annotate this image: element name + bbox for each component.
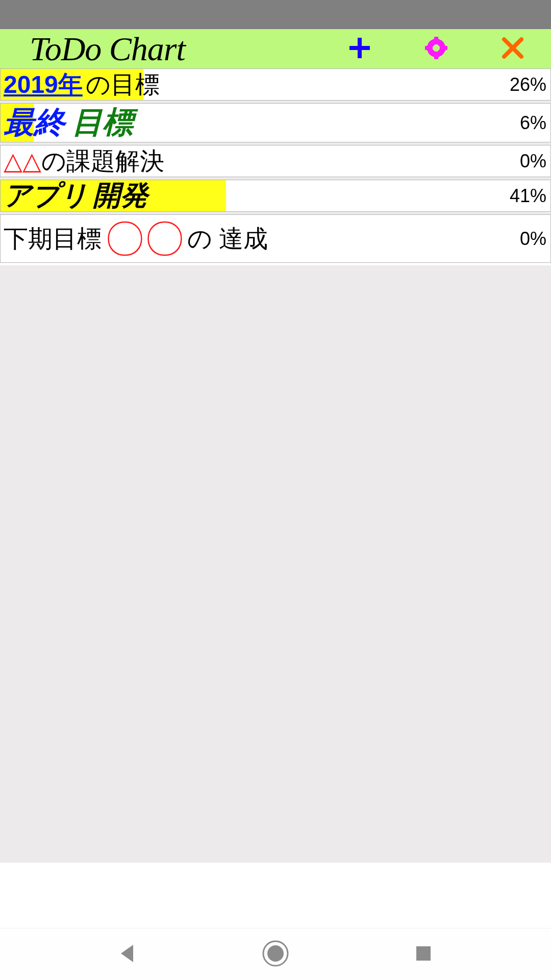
empty-area [0,265,551,863]
system-nav-bar [0,928,551,980]
close-icon [501,36,524,62]
settings-button[interactable] [398,29,474,68]
list-item[interactable]: 最終 目標 6% [0,103,551,142]
list-item[interactable]: アプリ 開発 41% [0,180,551,212]
circle-home-icon [261,939,290,970]
square-recent-icon [414,944,433,965]
list-item[interactable]: 2019年 の目標 26% [0,68,551,101]
list-item[interactable]: 下期目標 〇〇 の 達成 0% [0,214,551,263]
item-title: 最終 目標 [1,103,520,142]
close-button[interactable] [474,29,551,68]
add-button[interactable] [321,29,398,68]
nav-recent-button[interactable] [403,934,444,975]
item-title: アプリ 開発 [1,180,510,212]
triangle-back-icon [117,943,138,966]
svg-rect-1 [349,46,370,50]
item-title: 下期目標 〇〇 の 達成 [1,217,520,261]
app-bar: ToDo Chart [0,29,551,68]
svg-point-6 [433,44,440,52]
plus-icon [348,37,371,61]
gear-icon [423,35,449,63]
svg-rect-9 [416,946,431,961]
item-percent: 6% [520,112,550,134]
app-title: ToDo Chart [0,30,185,68]
item-title: △△ の課題解決 [1,145,520,177]
nav-back-button[interactable] [107,934,148,975]
list-item[interactable]: △△ の課題解決 0% [0,145,551,177]
todo-list: 2019年 の目標 26% 最終 目標 6% △△ の課題解決 0% [0,68,551,263]
item-title: 2019年 の目標 [1,68,510,101]
svg-point-8 [267,945,284,962]
item-percent: 26% [510,74,550,95]
item-percent: 41% [510,185,550,207]
item-percent: 0% [520,151,550,172]
nav-home-button[interactable] [255,934,296,975]
item-percent: 0% [520,228,550,250]
status-bar [0,0,551,29]
